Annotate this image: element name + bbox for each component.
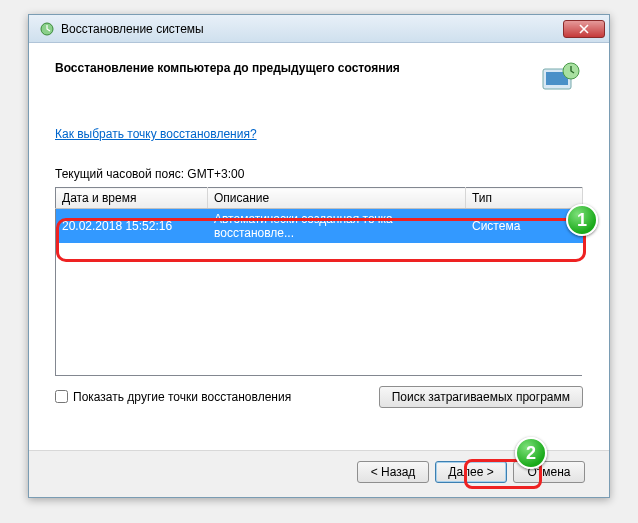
system-restore-window: Восстановление системы Восстановление ко…	[28, 14, 610, 498]
cell-date: 20.02.2018 15:52:16	[56, 209, 208, 244]
close-button[interactable]	[563, 20, 605, 38]
show-more-checkbox[interactable]	[55, 390, 68, 403]
restore-icon	[39, 21, 55, 37]
show-more-label: Показать другие точки восстановления	[73, 390, 291, 404]
restore-points-table: Дата и время Описание Тип 20.02.2018 15:…	[55, 187, 583, 376]
computer-restore-icon	[537, 59, 583, 99]
annotation-badge-1: 1	[566, 204, 598, 236]
close-icon	[579, 24, 589, 34]
cell-type: Система	[466, 209, 583, 244]
titlebar[interactable]: Восстановление системы	[29, 15, 609, 43]
content-area: Восстановление компьютера до предыдущего…	[29, 43, 609, 418]
timezone-label: Текущий часовой пояс: GMT+3:00	[55, 167, 583, 181]
scan-programs-button[interactable]: Поиск затрагиваемых программ	[379, 386, 583, 408]
help-link[interactable]: Как выбрать точку восстановления?	[55, 127, 257, 141]
col-header-desc[interactable]: Описание	[208, 188, 466, 209]
show-more-checkbox-row[interactable]: Показать другие точки восстановления	[55, 390, 379, 404]
back-button[interactable]: < Назад	[357, 461, 429, 483]
col-header-date[interactable]: Дата и время	[56, 188, 208, 209]
annotation-badge-2: 2	[515, 437, 547, 469]
next-button[interactable]: Далее >	[435, 461, 507, 483]
col-header-type[interactable]: Тип	[466, 188, 583, 209]
window-title: Восстановление системы	[61, 22, 563, 36]
page-title: Восстановление компьютера до предыдущего…	[55, 59, 537, 75]
table-empty-area	[56, 243, 583, 375]
cell-desc: Автоматически созданная точка восстановл…	[208, 209, 466, 244]
table-row[interactable]: 20.02.2018 15:52:16 Автоматически создан…	[56, 209, 583, 244]
